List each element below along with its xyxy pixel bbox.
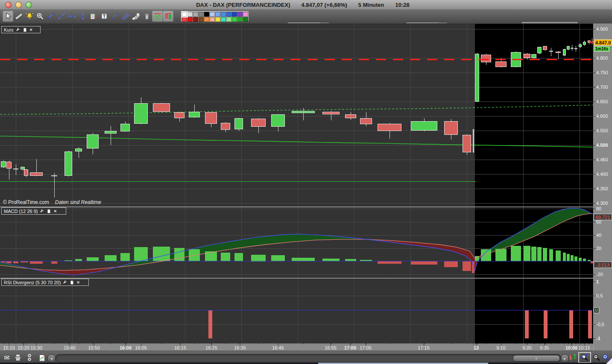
settings-tool[interactable] bbox=[131, 11, 141, 22]
document-icon[interactable] bbox=[47, 209, 51, 214]
close-panel-icon[interactable]: ✕ bbox=[29, 28, 33, 32]
color-swatch[interactable] bbox=[221, 17, 226, 22]
wrench-icon[interactable] bbox=[16, 27, 20, 32]
horizontal-line-tool[interactable] bbox=[67, 11, 77, 22]
color-swatch[interactable] bbox=[226, 17, 231, 22]
zoom-area-tool[interactable] bbox=[35, 11, 45, 22]
scroll-left-button[interactable]: ◂ bbox=[47, 354, 56, 362]
zoom-button[interactable] bbox=[26, 2, 32, 8]
trash-tool[interactable] bbox=[141, 11, 152, 22]
candle-body bbox=[189, 112, 200, 117]
color-swatch[interactable] bbox=[215, 12, 220, 17]
mail-icon[interactable]: ✉ bbox=[2, 353, 12, 362]
time-minor-tick bbox=[584, 344, 585, 344]
color-swatch[interactable] bbox=[187, 12, 193, 17]
color-swatch[interactable] bbox=[204, 12, 209, 17]
axis-tick-label: -20 bbox=[596, 272, 603, 277]
color-swatch[interactable] bbox=[182, 12, 187, 17]
scrollbar-thumb[interactable]: ≡ bbox=[513, 355, 560, 361]
alarm-tool[interactable] bbox=[24, 11, 35, 22]
candlestick-chart-type[interactable] bbox=[163, 11, 173, 22]
vertical-line-tool[interactable] bbox=[77, 11, 88, 22]
fibonacci-tool[interactable] bbox=[109, 11, 120, 22]
zoom-window-icon[interactable] bbox=[579, 353, 590, 362]
color-swatch[interactable] bbox=[226, 12, 231, 17]
color-swatch[interactable] bbox=[221, 12, 226, 17]
cursor-tool[interactable] bbox=[3, 11, 13, 22]
scrollbar-grip-icon: ≡ bbox=[535, 356, 537, 361]
line-tool[interactable] bbox=[56, 11, 67, 22]
scroll-right-button[interactable]: ▸ bbox=[561, 354, 569, 362]
color-swatch[interactable] bbox=[243, 12, 248, 17]
close-button[interactable] bbox=[5, 2, 12, 8]
axis-tick bbox=[593, 87, 595, 87]
text-tool[interactable]: T bbox=[99, 11, 109, 22]
title-instrument: DAX - DAX (PERFORMANCEINDEX) bbox=[196, 2, 290, 8]
macd-histogram-bar bbox=[360, 260, 372, 261]
document-icon[interactable] bbox=[70, 280, 74, 285]
color-swatch[interactable] bbox=[210, 12, 215, 17]
ruler-tool[interactable] bbox=[13, 11, 24, 22]
line-chart-type[interactable] bbox=[152, 11, 163, 22]
color-swatch[interactable] bbox=[182, 17, 187, 22]
color-swatch[interactable] bbox=[199, 17, 204, 22]
wrench-icon[interactable] bbox=[63, 280, 67, 285]
color-swatch[interactable] bbox=[187, 17, 193, 22]
color-palette bbox=[181, 11, 249, 22]
color-swatch[interactable] bbox=[215, 17, 220, 22]
color-swatch[interactable] bbox=[232, 12, 237, 17]
chart-settings-icon[interactable] bbox=[568, 353, 578, 362]
zoom-out-icon[interactable] bbox=[592, 353, 601, 362]
macd-histogram-bar bbox=[583, 259, 586, 261]
time-minor-tick bbox=[36, 344, 37, 344]
alert-dashed-line[interactable] bbox=[0, 59, 593, 60]
macd-histogram-bar bbox=[591, 261, 593, 263]
segment-tool[interactable] bbox=[45, 11, 56, 22]
report-icon[interactable] bbox=[37, 353, 47, 362]
resize-grip[interactable] bbox=[606, 358, 612, 364]
time-minor-tick bbox=[451, 344, 451, 344]
panel-separator[interactable] bbox=[0, 344, 593, 344]
color-swatch[interactable] bbox=[237, 12, 243, 17]
time-minor-tick bbox=[539, 344, 540, 344]
macd-histogram-bar bbox=[511, 246, 521, 261]
color-swatch[interactable] bbox=[193, 12, 198, 17]
color-swatch[interactable] bbox=[193, 17, 198, 22]
candle-body bbox=[444, 121, 458, 135]
analysis-tool[interactable] bbox=[88, 11, 99, 22]
panel-separator[interactable] bbox=[0, 207, 593, 207]
axis-tick bbox=[593, 73, 595, 73]
color-swatch[interactable] bbox=[232, 17, 237, 22]
candle-body bbox=[481, 55, 491, 62]
macd-histogram-bar bbox=[271, 255, 285, 261]
time-minor-tick bbox=[239, 344, 239, 344]
time-minor-tick bbox=[568, 344, 568, 344]
color-swatch[interactable] bbox=[204, 17, 209, 22]
close-panel-icon[interactable]: ✕ bbox=[53, 209, 57, 213]
minimize-button[interactable] bbox=[15, 2, 22, 8]
close-panel-icon[interactable]: ✕ bbox=[76, 280, 80, 285]
support-line bbox=[0, 181, 476, 182]
chart-scrollbar[interactable]: ≡ bbox=[56, 354, 561, 362]
time-tick bbox=[23, 344, 24, 345]
unlink-icon[interactable] bbox=[25, 353, 34, 362]
rsi-divergence-bar bbox=[588, 310, 592, 338]
printer-icon[interactable] bbox=[13, 353, 23, 362]
time-minor-tick bbox=[161, 344, 162, 344]
horizontal-gridline bbox=[0, 29, 593, 29]
color-swatch[interactable] bbox=[243, 17, 248, 22]
time-tick-label: 15:20 bbox=[18, 345, 29, 350]
wrench-icon[interactable] bbox=[40, 209, 44, 213]
color-swatch[interactable] bbox=[237, 17, 243, 22]
time-minor-tick bbox=[486, 344, 486, 344]
chart-area: 4.9004.8004.7504.7004.6504.6004.5504.500… bbox=[0, 23, 612, 351]
macd-band-fill bbox=[30, 267, 117, 275]
color-swatch[interactable] bbox=[199, 12, 204, 17]
parallel-lines-tool[interactable] bbox=[120, 11, 131, 22]
time-tick-label: 16:15 bbox=[174, 345, 186, 350]
time-minor-tick bbox=[580, 344, 580, 344]
time-tick-label: 9:20 bbox=[522, 345, 531, 350]
color-swatch[interactable] bbox=[210, 17, 215, 22]
panel-separator[interactable] bbox=[0, 278, 593, 279]
document-icon[interactable] bbox=[23, 27, 27, 32]
